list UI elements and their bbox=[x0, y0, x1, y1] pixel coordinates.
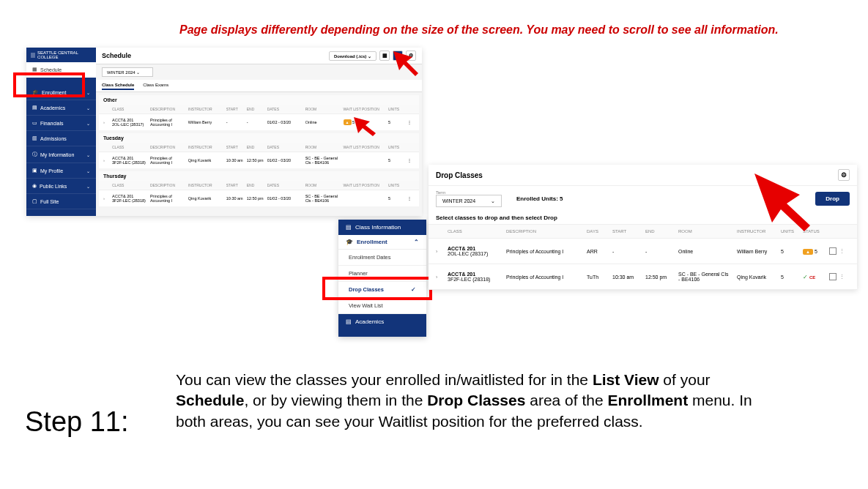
nav-label: Academics bbox=[40, 105, 65, 111]
menu-class-info[interactable]: ▤Class Information bbox=[338, 220, 426, 235]
td-desc: Principles of Accounting I bbox=[149, 155, 187, 165]
nav-publiclinks[interactable]: ◉Public Links⌄ bbox=[26, 179, 96, 194]
calendar-icon: ▦ bbox=[382, 53, 387, 59]
td-room: SC - BE - General Cls - BE4106 bbox=[675, 270, 734, 283]
th-instructor: INSTRUCTOR bbox=[187, 182, 225, 188]
select-checkbox[interactable] bbox=[829, 273, 839, 281]
td-desc: Principles of Accounting I bbox=[503, 247, 584, 255]
more-icon[interactable]: ⋮ bbox=[839, 274, 848, 280]
download-label: Download (.ics) bbox=[334, 54, 366, 59]
expand-icon[interactable]: › bbox=[436, 249, 445, 254]
more-icon[interactable]: ⋮ bbox=[407, 158, 415, 163]
day-section-thursday: Thursday CLASS DESCRIPTION INSTRUCTOR ST… bbox=[99, 171, 419, 206]
td-status: ▲ 5 bbox=[800, 247, 829, 255]
chevron-down-icon: ⌄ bbox=[86, 168, 90, 173]
th-dates: DATES bbox=[266, 144, 304, 150]
th-start: START bbox=[225, 182, 245, 188]
th-desc: DESCRIPTION bbox=[149, 106, 187, 112]
menu-view-waitlist[interactable]: View Wait List bbox=[338, 298, 426, 314]
td-class: ACCT& 2012OL-LEC (28317) bbox=[111, 117, 149, 127]
td-class: ACCT& 2013F2F-LEC (28318) bbox=[111, 155, 149, 165]
th-instructor: INSTRUCTOR bbox=[187, 106, 225, 112]
td-desc: Principles of Accounting I bbox=[149, 117, 187, 127]
th-room: ROOM bbox=[675, 228, 734, 235]
th-end: END bbox=[642, 228, 675, 235]
th-wl: WAIT LIST POSITION bbox=[342, 106, 387, 112]
table-header: CLASS DESCRIPTION INSTRUCTOR START END D… bbox=[99, 143, 419, 152]
svg-marker-2 bbox=[754, 173, 810, 231]
td-units: 5 bbox=[387, 157, 407, 163]
chevron-down-icon: ⌄ bbox=[86, 105, 90, 111]
th-room: ROOM bbox=[304, 182, 342, 188]
more-icon[interactable]: ⋮ bbox=[407, 196, 415, 201]
th-start: START bbox=[609, 228, 642, 235]
drop-button[interactable]: Drop bbox=[815, 192, 850, 206]
menu-enrollment-dates[interactable]: Enrollment Dates bbox=[338, 250, 426, 266]
th-room: ROOM bbox=[304, 144, 342, 150]
th-dates: DATES bbox=[266, 106, 304, 112]
th-class: CLASS bbox=[111, 106, 149, 112]
th-dates: DATES bbox=[266, 182, 304, 188]
menu-label: Academics bbox=[355, 318, 384, 325]
menu-academics[interactable]: ▤Academics bbox=[338, 314, 426, 329]
gear-icon: ⚙ bbox=[841, 171, 847, 179]
td-wl bbox=[342, 198, 387, 199]
ce-badge: CE bbox=[809, 275, 815, 280]
th-instructor: INSTRUCTOR bbox=[187, 144, 225, 150]
step-description: You can view the classes your enrolled i… bbox=[176, 370, 776, 432]
chevron-down-icon: ⌄ bbox=[86, 152, 90, 157]
expand-icon[interactable]: › bbox=[436, 275, 445, 280]
nav-financials[interactable]: ▭Financials⌄ bbox=[26, 116, 96, 131]
nav-myinfo[interactable]: ⓘMy Information⌄ bbox=[26, 146, 96, 163]
term-select[interactable]: WINTER 2024 ⌄ bbox=[436, 195, 502, 207]
td-units: 5 bbox=[387, 195, 407, 201]
grad-cap-icon: 🎓 bbox=[346, 239, 353, 245]
more-icon[interactable]: ⋮ bbox=[839, 248, 848, 254]
table-row: › ACCT& 2012OL-LEC (28317) Principles of… bbox=[429, 239, 857, 264]
download-button[interactable]: Download (.ics) ⌄ bbox=[329, 51, 376, 61]
chevron-down-icon: ⌄ bbox=[86, 90, 90, 95]
highlight-drop-classes bbox=[322, 277, 432, 300]
term-select[interactable]: WINTER 2024 ⌄ bbox=[102, 67, 153, 77]
nav-academics[interactable]: ▤Academics⌄ bbox=[26, 100, 96, 116]
calendar-icon: ▦ bbox=[32, 67, 37, 72]
menu-enrollment[interactable]: 🎓Enrollment⌃ bbox=[338, 235, 426, 250]
day-header: Thursday bbox=[99, 171, 419, 181]
td-instructor: William Berry bbox=[187, 119, 225, 125]
th-desc: DESCRIPTION bbox=[503, 228, 584, 235]
more-icon[interactable]: ⋮ bbox=[407, 120, 415, 124]
term-value: WINTER 2024 bbox=[442, 198, 475, 204]
settings-button[interactable]: ⚙ bbox=[838, 169, 850, 181]
card-icon: ▭ bbox=[32, 120, 37, 126]
nav-fullsite[interactable]: ▢Full Site bbox=[26, 194, 96, 209]
td-days: ARR bbox=[584, 247, 609, 255]
td-units: 5 bbox=[778, 273, 800, 281]
arrow-annotation bbox=[392, 50, 421, 79]
nav-admissions[interactable]: ▥Admissions bbox=[26, 131, 96, 146]
nav-label: Admissions bbox=[40, 136, 67, 141]
select-checkbox[interactable] bbox=[829, 247, 839, 255]
tab-class-schedule[interactable]: Class Schedule bbox=[102, 81, 134, 90]
td-end: 12:50 pm bbox=[642, 273, 675, 281]
th-end: END bbox=[245, 182, 266, 188]
td-status: ✓ CE bbox=[800, 272, 829, 282]
expand-icon[interactable]: › bbox=[103, 158, 111, 163]
svg-marker-0 bbox=[393, 51, 418, 76]
calendar-view-button[interactable]: ▦ bbox=[379, 51, 390, 61]
expand-icon[interactable]: › bbox=[103, 196, 111, 201]
table-header: CLASS DESCRIPTION INSTRUCTOR START END D… bbox=[99, 105, 419, 113]
td-desc: Principles of Accounting I bbox=[503, 273, 584, 281]
nav-myprofile[interactable]: ▣My Profile⌄ bbox=[26, 163, 96, 179]
chevron-down-icon: ⌄ bbox=[86, 121, 90, 126]
td-dates: 01/02 - 03/20 bbox=[266, 195, 304, 201]
td-start: - bbox=[225, 119, 245, 125]
tab-class-exams[interactable]: Class Exams bbox=[143, 81, 168, 90]
expand-icon[interactable]: › bbox=[103, 120, 111, 124]
warning-text: Page displays differently depending on t… bbox=[179, 23, 779, 37]
th-class: CLASS bbox=[445, 228, 503, 235]
th-units: UNITS bbox=[387, 182, 407, 188]
td-units: 5 bbox=[387, 119, 407, 125]
info-icon: ⓘ bbox=[32, 151, 37, 158]
menu-label: Class Information bbox=[355, 224, 401, 231]
term-control: Term WINTER 2024 ⌄ bbox=[436, 190, 502, 207]
